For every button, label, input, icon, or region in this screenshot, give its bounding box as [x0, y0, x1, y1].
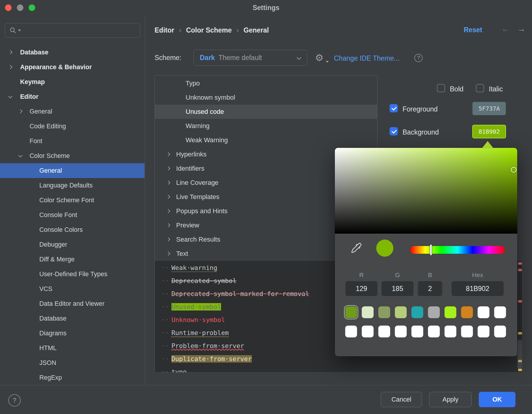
palette-swatch[interactable] [461, 306, 473, 318]
palette-swatch[interactable] [395, 306, 407, 318]
error-stripe-mark[interactable] [518, 262, 522, 265]
hue-slider[interactable] [410, 246, 505, 254]
palette-swatch[interactable] [378, 326, 390, 337]
chevron-right-icon[interactable] [166, 195, 170, 199]
palette-swatch[interactable] [494, 326, 506, 337]
sidebar-item-code-editing[interactable]: Code Editing [0, 119, 145, 134]
palette-swatch[interactable] [445, 306, 456, 318]
sidebar-item-diff-merge[interactable]: Diff & Merge [0, 252, 145, 267]
palette-swatch[interactable] [445, 326, 456, 337]
chevron-down-icon[interactable] [8, 94, 12, 98]
forward-arrow-icon[interactable]: → [517, 24, 525, 34]
sidebar-item-html[interactable]: HTML [0, 341, 145, 355]
help-icon[interactable]: ? [414, 54, 423, 62]
option-unused-code[interactable]: Unused code [155, 105, 377, 119]
error-stripe-mark[interactable] [518, 300, 522, 303]
foreground-color-field[interactable]: 5F737A [472, 102, 506, 115]
palette-swatch[interactable] [494, 306, 506, 318]
sidebar-item-editor[interactable]: Editor [0, 89, 145, 104]
sidebar-item-appearance-behavior[interactable]: Appearance & Behavior [0, 60, 145, 75]
error-stripe-mark[interactable] [518, 332, 522, 334]
option-warning[interactable]: Warning [155, 119, 377, 133]
hue-slider-thumb[interactable] [430, 244, 432, 255]
back-arrow-icon[interactable]: ← [501, 24, 510, 34]
foreground-checkbox[interactable] [390, 104, 398, 112]
chevron-right-icon[interactable] [8, 65, 12, 69]
sidebar-item-vcs[interactable]: VCS [0, 282, 145, 296]
search-history-caret-icon[interactable] [18, 30, 21, 31]
palette-swatch[interactable] [345, 326, 357, 337]
change-ide-theme-link[interactable]: Change IDE Theme... [334, 54, 400, 62]
breadcrumb-general[interactable]: General [244, 26, 269, 34]
palette-swatch[interactable] [362, 326, 374, 337]
background-checkbox[interactable] [390, 127, 398, 135]
sidebar-item-debugger[interactable]: Debugger [0, 237, 145, 252]
eyedropper-icon[interactable] [350, 242, 362, 255]
gear-icon[interactable]: ⚙ [315, 52, 324, 63]
blue-input[interactable] [418, 281, 442, 296]
sidebar-item-database[interactable]: Database [0, 45, 145, 60]
chevron-right-icon[interactable] [18, 109, 22, 113]
palette-swatch[interactable] [345, 306, 357, 318]
palette-swatch[interactable] [428, 306, 440, 318]
ok-button[interactable]: OK [479, 392, 515, 407]
background-color-field[interactable]: 81B902 [472, 125, 506, 138]
sidebar-item-editor-general[interactable]: General [0, 104, 145, 119]
option-unknown-symbol[interactable]: Unknown symbol [155, 90, 377, 105]
preview-scrollbar[interactable] [518, 340, 522, 369]
sidebar-item-diagrams[interactable]: Diagrams [0, 326, 145, 341]
sidebar-item-user-defined-file-types[interactable]: User-Defined File Types [0, 267, 145, 282]
palette-swatch[interactable] [378, 306, 390, 318]
option-weak-warning[interactable]: Weak Warning [155, 133, 377, 147]
palette-swatch[interactable] [461, 326, 473, 337]
chevron-right-icon[interactable] [166, 180, 170, 185]
palette-swatch[interactable] [395, 326, 407, 337]
hex-input[interactable] [451, 281, 504, 296]
italic-checkbox[interactable] [476, 84, 484, 92]
sidebar-item-color-scheme[interactable]: Color Scheme [0, 148, 145, 163]
settings-search-input[interactable] [21, 27, 140, 34]
chevron-right-icon[interactable] [166, 152, 170, 156]
sidebar-item-color-scheme-general[interactable]: General [0, 163, 145, 178]
scheme-select[interactable]: Dark Theme default [194, 50, 307, 66]
help-button[interactable]: ? [8, 394, 21, 407]
palette-swatch[interactable] [362, 306, 374, 318]
palette-swatch[interactable] [478, 326, 489, 337]
footer-bar: ? Cancel Apply OK [0, 385, 532, 414]
gear-dropdown-arrow-icon[interactable] [326, 61, 329, 63]
settings-search-box[interactable] [5, 23, 140, 38]
sidebar-item-language-defaults[interactable]: Language Defaults [0, 178, 145, 193]
cancel-button[interactable]: Cancel [381, 392, 422, 407]
reset-link[interactable]: Reset [464, 26, 482, 34]
chevron-right-icon[interactable] [166, 223, 170, 227]
palette-swatch[interactable] [428, 326, 440, 337]
palette-swatch[interactable] [411, 326, 423, 337]
sidebar-item-keymap[interactable]: Keymap [0, 75, 145, 89]
chevron-right-icon[interactable] [166, 251, 170, 255]
green-input[interactable] [381, 281, 414, 296]
sidebar-item-database-colors[interactable]: Database [0, 311, 145, 326]
palette-swatch[interactable] [478, 306, 489, 318]
sidebar-item-json[interactable]: JSON [0, 355, 145, 370]
chevron-right-icon[interactable] [166, 237, 170, 241]
chevron-right-icon[interactable] [8, 50, 12, 54]
sidebar-item-console-colors[interactable]: Console Colors [0, 222, 145, 237]
sidebar-item-data-editor-viewer[interactable]: Data Editor and Viewer [0, 296, 145, 311]
sidebar-item-font[interactable]: Font [0, 134, 145, 148]
error-stripe-mark[interactable] [518, 269, 522, 271]
sidebar-item-color-scheme-font[interactable]: Color Scheme Font [0, 193, 145, 208]
chevron-right-icon[interactable] [166, 166, 170, 170]
chevron-right-icon[interactable] [166, 209, 170, 213]
apply-button[interactable]: Apply [429, 392, 472, 407]
chevron-down-icon[interactable] [18, 153, 22, 157]
breadcrumb-editor[interactable]: Editor [155, 26, 174, 34]
bold-checkbox[interactable] [437, 84, 445, 92]
saturation-brightness-area[interactable] [335, 148, 517, 234]
breadcrumb-color-scheme[interactable]: Color Scheme [186, 26, 232, 34]
option-typo[interactable]: Typo [155, 76, 377, 90]
red-input[interactable] [345, 281, 378, 296]
sidebar-item-console-font[interactable]: Console Font [0, 208, 145, 222]
sidebar-item-regexp[interactable]: RegExp [0, 370, 145, 385]
palette-swatch[interactable] [411, 306, 423, 318]
saturation-cursor[interactable] [511, 167, 517, 173]
